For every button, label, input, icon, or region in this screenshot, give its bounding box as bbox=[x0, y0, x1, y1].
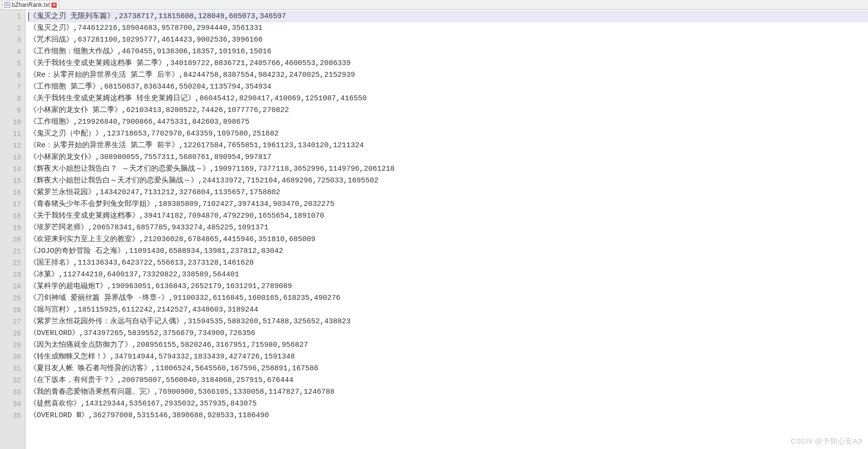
line-text: 《辉夜大小姐想让我告白～天才们的恋爱头脑战～》,244133972,715210… bbox=[29, 177, 378, 185]
line-text: 《小林家的龙女仆 第二季》,62103413,8280522,74426,107… bbox=[29, 106, 289, 114]
line-text: 《紫罗兰永恒花园外传：永远与自动手记人偶》,31594535,5883260,5… bbox=[29, 317, 351, 326]
line-number: 11 bbox=[9, 128, 21, 140]
line-text: 《鬼灭之刃》,744612216,10904683,9578700,299444… bbox=[29, 24, 263, 32]
code-line[interactable]: 《紫罗兰永恒花园外传：永远与自动手记人偶》,31594535,5883260,5… bbox=[28, 316, 868, 328]
line-text: 《Re：从零开始的异世界生活 第二季 后半》,84244758,8387554,… bbox=[29, 71, 355, 79]
line-number: 1 bbox=[9, 11, 21, 22]
code-line[interactable]: 《关于我转生变成史莱姆这档事 转生史莱姆日记》,86045412,8290417… bbox=[28, 93, 868, 105]
line-text: 《工作细胞》,219926840,7900866,4475331,842603,… bbox=[29, 118, 249, 126]
line-number: 31 bbox=[9, 363, 21, 375]
line-text: 《我的青春恋爱物语果然有问题。完》,76900900,5366105,13300… bbox=[29, 388, 334, 396]
code-line[interactable]: 《JOJO的奇妙冒险 石之海》,11091430,6588934,13981,2… bbox=[28, 246, 868, 257]
code-line[interactable]: 《欢迎来到实力至上主义的教室》,212036028,6784865,441594… bbox=[28, 234, 868, 246]
code-line[interactable]: 《小林家的龙女仆 第二季》,62103413,8280522,74426,107… bbox=[28, 105, 868, 116]
code-line[interactable]: 《关于我转生变成史莱姆这档事》,394174182,7094870,479229… bbox=[28, 210, 868, 222]
line-number: 12 bbox=[9, 140, 21, 152]
code-line[interactable]: 《因为太怕痛就全点防御力了》,208956155,5820246,3167951… bbox=[28, 339, 868, 351]
code-line[interactable]: 《夏目友人帐 唤石者与怪异的访客》,11006524,5645560,16759… bbox=[28, 363, 868, 375]
file-tab[interactable]: bZhanRank.txt ✕ bbox=[2, 0, 59, 9]
line-number: 18 bbox=[9, 210, 21, 222]
code-line[interactable]: 《冰菓》,112744210,6400137,73320822,338589,5… bbox=[28, 269, 868, 281]
code-line[interactable]: 《咒术回战》,637281100,10295777,4614423,900253… bbox=[28, 34, 868, 46]
line-text: 《OVERLORD》,374397265,5839552,3756679,734… bbox=[29, 329, 255, 337]
code-line[interactable]: 《青春猪头少年不会梦到兔女郎学姐》,189385809,7102427,3974… bbox=[28, 199, 868, 210]
line-number: 34 bbox=[9, 398, 21, 410]
line-number: 24 bbox=[9, 281, 21, 292]
code-line[interactable]: 《堀与宫村》,185115925,6112242,2142527,4348603… bbox=[28, 304, 868, 316]
line-text: 《关于我转生变成史莱姆这档事 第二季》,340189722,8836721,24… bbox=[29, 59, 351, 67]
line-number: 4 bbox=[9, 46, 21, 58]
line-text: 《欢迎来到实力至上主义的教室》,212036028,6784865,441594… bbox=[29, 235, 315, 244]
code-line[interactable]: 《工作细胞 第二季》,68150837,8363446,550204,11357… bbox=[28, 81, 868, 93]
code-line[interactable]: 《辉夜大小姐想让我告白～天才们的恋爱头脑战～》,244133972,715210… bbox=[28, 175, 868, 187]
line-text: 《在下坂本，有何贵干？》,200705007,5560040,3184068,2… bbox=[29, 376, 293, 384]
code-line[interactable]: 《OVERLORD Ⅲ》,362797008,5315146,3890688,9… bbox=[28, 410, 868, 422]
line-text: 《鬼灭之刃 无限列车篇》,23738717,11815608,128049,60… bbox=[29, 12, 286, 21]
line-text: 《因为太怕痛就全点防御力了》,208956155,5820246,3167951… bbox=[29, 341, 308, 349]
line-text: 《转生成蜘蛛又怎样！》,347914944,5794332,1833439,42… bbox=[29, 353, 295, 361]
code-line[interactable]: 《某科学的超电磁炮T》,190963051,6136843,2652179,16… bbox=[28, 281, 868, 292]
line-text: 《冰菓》,112744210,6400137,73320822,338589,5… bbox=[29, 270, 239, 279]
line-number: 26 bbox=[9, 304, 21, 316]
code-content[interactable]: 《鬼灭之刃 无限列车篇》,23738717,11815608,128049,60… bbox=[25, 10, 868, 449]
code-line[interactable]: 《小林家的龙女仆》,308980055,7557311,5680761,8909… bbox=[28, 152, 868, 163]
code-line[interactable]: 《Re：从零开始的异世界生活 第二季 前半》,122617584,7655851… bbox=[28, 140, 868, 152]
code-line[interactable]: 《Re：从零开始的异世界生活 第二季 后半》,84244758,8387554,… bbox=[28, 69, 868, 81]
line-number: 7 bbox=[9, 81, 21, 93]
line-number: 9 bbox=[9, 105, 21, 116]
line-text: 《某科学的超电磁炮T》,190963051,6136843,2652179,16… bbox=[29, 282, 292, 291]
line-text: 《小林家的龙女仆》,308980055,7557311,5680761,8909… bbox=[29, 153, 271, 161]
close-icon[interactable]: ✕ bbox=[51, 2, 57, 8]
code-line[interactable]: 《我的青春恋爱物语果然有问题。完》,76900900,5366105,13300… bbox=[28, 386, 868, 398]
line-text: 《工作细胞 第二季》,68150837,8363446,550204,11357… bbox=[29, 83, 271, 91]
code-line[interactable]: 《国王排名》,113136343,6423722,556613,2373128,… bbox=[28, 257, 868, 269]
line-number: 16 bbox=[9, 187, 21, 199]
watermark: CSDN @予我心安A3 bbox=[791, 437, 862, 446]
code-line[interactable]: 《鬼灭之刃（中配）》,123718653,7702970,643359,1097… bbox=[28, 128, 868, 140]
code-line[interactable]: 《紫罗兰永恒花园》,143420247,7131212,3276804,1135… bbox=[28, 187, 868, 199]
line-text: 《辉夜大小姐想让我告白？ ～天才们的恋爱头脑战～》,190971169,7377… bbox=[29, 165, 395, 173]
line-number: 21 bbox=[9, 246, 21, 257]
line-text: 《紫罗兰永恒花园》,143420247,7131212,3276804,1135… bbox=[29, 188, 280, 197]
code-line[interactable]: 《刀剑神域 爱丽丝篇 异界战争 -终章-》,91100332,6116845,1… bbox=[28, 292, 868, 304]
line-number-gutter: 1234567891011121314151617181920212223242… bbox=[0, 10, 25, 449]
code-line[interactable]: 《工作细胞》,219926840,7900866,4475331,842603,… bbox=[28, 116, 868, 128]
line-text: 《工作细胞：细胞大作战》,4670455,9136306,18357,10191… bbox=[29, 47, 271, 56]
line-number: 33 bbox=[9, 386, 21, 398]
line-text: 《OVERLORD Ⅲ》,362797008,5315146,3890688,9… bbox=[29, 411, 269, 420]
code-line[interactable]: 《OVERLORD》,374397265,5839552,3756679,734… bbox=[28, 328, 868, 339]
code-line[interactable]: 《鬼灭之刃 无限列车篇》,23738717,11815608,128049,60… bbox=[28, 11, 868, 22]
file-icon bbox=[4, 2, 10, 8]
code-line[interactable]: 《工作细胞：细胞大作战》,4670455,9136306,18357,10191… bbox=[28, 46, 868, 58]
code-line[interactable]: 《辉夜大小姐想让我告白？ ～天才们的恋爱头脑战～》,190971169,7377… bbox=[28, 163, 868, 175]
line-number: 15 bbox=[9, 175, 21, 187]
line-number: 13 bbox=[9, 152, 21, 163]
line-number: 5 bbox=[9, 58, 21, 69]
line-number: 8 bbox=[9, 93, 21, 105]
code-line[interactable]: 《在下坂本，有何贵干？》,200705007,5560040,3184068,2… bbox=[28, 375, 868, 386]
line-text: 《青春猪头少年不会梦到兔女郎学姐》,189385809,7102427,3974… bbox=[29, 200, 334, 208]
editor-area: 1234567891011121314151617181920212223242… bbox=[0, 10, 868, 449]
line-text: 《鬼灭之刃（中配）》,123718653,7702970,643359,1097… bbox=[29, 130, 279, 138]
code-line[interactable]: 《埃罗芒阿老师》,206578341,6857785,9433274,48522… bbox=[28, 222, 868, 234]
line-number: 27 bbox=[9, 316, 21, 328]
tab-filename: bZhanRank.txt bbox=[12, 1, 50, 8]
line-number: 10 bbox=[9, 116, 21, 128]
line-text: 《刀剑神域 爱丽丝篇 异界战争 -终章-》,91100332,6116845,1… bbox=[29, 294, 340, 302]
line-text: 《JOJO的奇妙冒险 石之海》,11091430,6588934,13981,2… bbox=[29, 247, 283, 255]
line-text: 《关于我转生变成史莱姆这档事》,394174182,7094870,479229… bbox=[29, 212, 324, 220]
line-text: 《徒然喜欢你》,143129344,5356167,2935032,357935… bbox=[29, 400, 257, 408]
line-text: 《Re：从零开始的异世界生活 第二季 前半》,122617584,7655851… bbox=[29, 141, 364, 150]
line-number: 20 bbox=[9, 234, 21, 246]
code-line[interactable]: 《鬼灭之刃》,744612216,10904683,9578700,299444… bbox=[28, 22, 868, 34]
code-line[interactable]: 《徒然喜欢你》,143129344,5356167,2935032,357935… bbox=[28, 398, 868, 410]
line-number: 35 bbox=[9, 410, 21, 422]
line-number: 25 bbox=[9, 292, 21, 304]
line-number: 22 bbox=[9, 257, 21, 269]
code-line[interactable]: 《关于我转生变成史莱姆这档事 第二季》,340189722,8836721,24… bbox=[28, 58, 868, 69]
line-text: 《夏目友人帐 唤石者与怪异的访客》,11006524,5645560,16759… bbox=[29, 364, 318, 373]
code-line[interactable]: 《转生成蜘蛛又怎样！》,347914944,5794332,1833439,42… bbox=[28, 351, 868, 363]
line-number: 28 bbox=[9, 328, 21, 339]
line-number: 3 bbox=[9, 34, 21, 46]
line-number: 32 bbox=[9, 375, 21, 386]
